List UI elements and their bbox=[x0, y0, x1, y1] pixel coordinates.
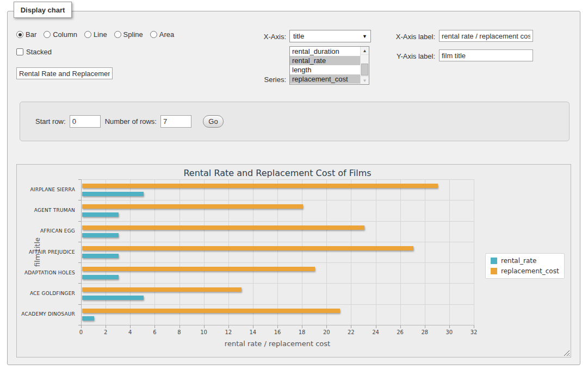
start-row-label: Start row: bbox=[35, 117, 66, 126]
y-category-label: ACADEMY DINOSAUR bbox=[17, 311, 78, 317]
radio-icon bbox=[114, 31, 121, 38]
series-listbox-label: Series: bbox=[235, 76, 286, 84]
series-option-replacement-cost[interactable]: replacement_cost bbox=[290, 74, 360, 84]
x-tick-mark bbox=[253, 325, 253, 328]
x-axis-select[interactable]: title ▼ bbox=[289, 30, 371, 42]
x-tick-label: 24 bbox=[365, 329, 387, 335]
y-tick-mark bbox=[78, 221, 81, 222]
bar-replacement_cost[interactable] bbox=[82, 267, 315, 271]
gridline bbox=[302, 179, 302, 325]
scroll-down-icon[interactable]: ▼ bbox=[361, 76, 369, 84]
bar-replacement_cost[interactable] bbox=[82, 204, 303, 209]
series-options: rental_duration rental_rate length repla… bbox=[290, 47, 360, 84]
y-tick-mark bbox=[78, 262, 81, 263]
scrollbar-thumb[interactable] bbox=[361, 64, 368, 76]
bar-replacement_cost[interactable] bbox=[82, 225, 364, 230]
gridline bbox=[82, 221, 474, 222]
number-of-rows-input[interactable] bbox=[160, 115, 191, 128]
bar-rental_rate[interactable] bbox=[82, 316, 94, 321]
legend-item-rental_rate[interactable]: rental_rate bbox=[491, 257, 559, 265]
x-tick-mark bbox=[326, 325, 327, 328]
radio-column[interactable]: Column bbox=[44, 30, 77, 39]
bar-rental_rate[interactable] bbox=[82, 275, 119, 279]
series-option-rental-duration[interactable]: rental_duration bbox=[290, 47, 360, 56]
gridline bbox=[228, 179, 229, 325]
fieldset-legend: Display chart bbox=[14, 2, 72, 18]
radio-line[interactable]: Line bbox=[84, 30, 107, 39]
radio-bar-label: Bar bbox=[26, 30, 36, 39]
gridline bbox=[82, 283, 474, 284]
bar-replacement_cost[interactable] bbox=[82, 246, 413, 250]
chart-title-input[interactable] bbox=[16, 67, 113, 79]
x-tick-label: 14 bbox=[242, 329, 264, 335]
y-category-label: AIRPLANE SIERRA bbox=[17, 187, 78, 192]
series-option-rental-rate[interactable]: rental_rate bbox=[290, 56, 360, 65]
bar-rental_rate[interactable] bbox=[82, 296, 144, 300]
gridline bbox=[82, 262, 474, 263]
chart-type-radio-group: Bar Column Line Spline Area bbox=[16, 30, 174, 39]
y-category-label: AFRICAN EGG bbox=[17, 228, 78, 234]
resize-handle-icon[interactable] bbox=[563, 349, 570, 356]
y-tick-mark bbox=[78, 242, 81, 242]
y-category-label: ACE GOLDFINGER bbox=[17, 291, 78, 296]
radio-area[interactable]: Area bbox=[150, 30, 174, 39]
listbox-scrollbar[interactable]: ▲ ▼ bbox=[360, 47, 369, 84]
x-tick-mark bbox=[130, 325, 131, 328]
x-tick-label: 22 bbox=[340, 329, 362, 335]
bar-rental_rate[interactable] bbox=[82, 192, 144, 196]
y-tick-mark bbox=[78, 304, 81, 305]
radio-icon bbox=[150, 31, 157, 38]
stacked-label: Stacked bbox=[26, 48, 52, 56]
chart-container: Rental Rate and Replacement Cost of Film… bbox=[16, 164, 571, 358]
x-axis-label-input[interactable] bbox=[439, 30, 533, 42]
x-axis-select-label: X-Axis: bbox=[235, 33, 286, 41]
radio-area-label: Area bbox=[159, 30, 174, 39]
legend-item-replacement_cost[interactable]: replacement_cost bbox=[491, 267, 559, 275]
radio-spline[interactable]: Spline bbox=[114, 30, 143, 39]
y-category-label: ADAPTATION HOLES bbox=[17, 270, 78, 275]
gridline bbox=[154, 179, 155, 325]
scroll-up-icon[interactable]: ▲ bbox=[361, 47, 369, 55]
x-tick-mark bbox=[81, 325, 82, 328]
bar-replacement_cost[interactable] bbox=[82, 184, 438, 188]
bar-rental_rate[interactable] bbox=[82, 212, 119, 217]
y-axis-label-caption: Y-Axis label: bbox=[380, 52, 435, 60]
gridline bbox=[326, 179, 327, 325]
x-tick-label: 26 bbox=[389, 329, 411, 335]
gridline bbox=[82, 200, 474, 200]
x-tick-mark bbox=[449, 325, 450, 328]
x-axis-title: rental rate / replacement cost bbox=[81, 340, 474, 348]
bar-rental_rate[interactable] bbox=[82, 233, 119, 237]
x-tick-mark bbox=[180, 325, 180, 328]
x-tick-mark bbox=[474, 325, 474, 328]
bar-rental_rate[interactable] bbox=[82, 254, 119, 258]
x-tick-mark bbox=[204, 325, 205, 328]
legend-label: replacement_cost bbox=[501, 267, 559, 275]
radio-bar[interactable]: Bar bbox=[16, 30, 36, 39]
x-tick-label: 18 bbox=[291, 329, 313, 335]
x-tick-label: 10 bbox=[193, 329, 215, 335]
page: Display chart Bar Column Line Spline Are… bbox=[0, 0, 588, 370]
x-axis-label-caption: X-Axis label: bbox=[380, 33, 435, 41]
y-axis-label-input[interactable] bbox=[439, 49, 533, 61]
legend-label: rental_rate bbox=[501, 257, 536, 265]
y-category-label: AFFAIR PREJUDICE bbox=[17, 249, 78, 255]
legend-swatch-icon bbox=[491, 268, 497, 274]
go-button[interactable]: Go bbox=[203, 115, 224, 128]
x-tick-mark bbox=[154, 325, 155, 328]
bar-replacement_cost[interactable] bbox=[82, 309, 340, 313]
x-tick-mark bbox=[277, 325, 278, 328]
bar-replacement_cost[interactable] bbox=[82, 287, 242, 292]
start-row-input[interactable] bbox=[70, 115, 101, 128]
gridline bbox=[106, 179, 106, 325]
stacked-checkbox[interactable] bbox=[16, 48, 23, 55]
x-tick-label: 32 bbox=[463, 329, 485, 335]
x-tick-mark bbox=[376, 325, 376, 328]
x-tick-mark bbox=[106, 325, 106, 328]
gridline bbox=[130, 179, 131, 325]
series-option-length[interactable]: length bbox=[290, 65, 360, 74]
x-axis-selected-value: title bbox=[293, 32, 362, 40]
x-tick-label: 4 bbox=[119, 329, 141, 335]
radio-icon bbox=[44, 31, 51, 38]
gridline bbox=[474, 179, 474, 325]
